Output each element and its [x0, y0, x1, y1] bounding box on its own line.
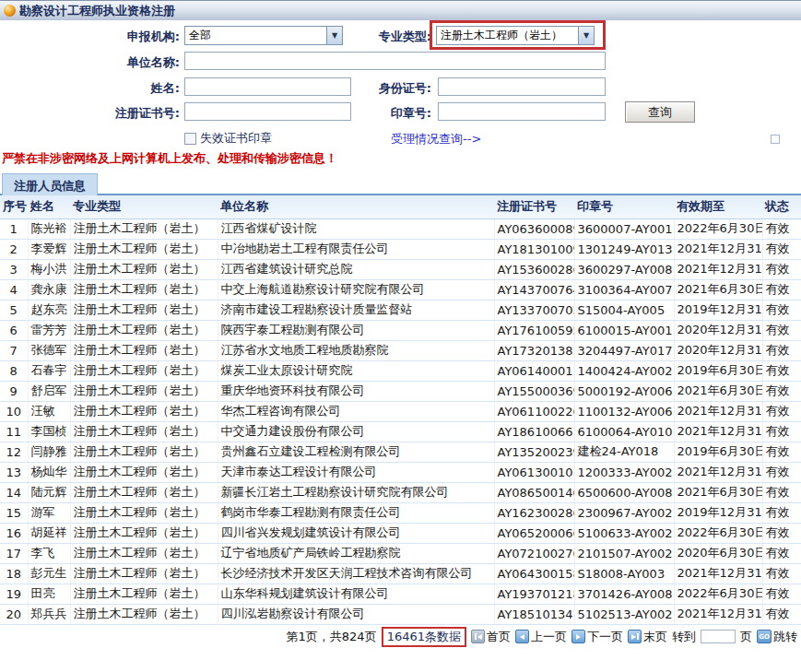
- table-cell-cert-no: AY153600286: [494, 259, 574, 279]
- table-cell-seal-no: 6100064-AY010: [574, 421, 674, 442]
- table-row: 5赵东亮注册土木工程师（岩土）济南市建设工程勘察设计质量监督站AY1337007…: [0, 300, 801, 320]
- table-cell-seal-no: 3600007-AY001: [574, 218, 674, 239]
- table-cell-status: 有效: [762, 563, 801, 584]
- table-cell-cert-no: AY186100661: [494, 421, 574, 442]
- report-org-value: 全部: [185, 28, 326, 43]
- table-cell-major-type: 注册土木工程师（岩土）: [70, 421, 218, 442]
- table-cell-index: 19: [0, 584, 28, 604]
- table-cell-major-type: 注册土木工程师（岩土）: [70, 442, 218, 462]
- tab-strip: 注册人员信息: [0, 171, 801, 195]
- table-cell-name: 李爱辉: [28, 239, 70, 259]
- table-cell-major-type: 注册土木工程师（岩土）: [70, 584, 218, 604]
- goto-page-input[interactable]: [701, 630, 736, 643]
- table-cell-company: 华杰工程咨询有限公司: [218, 401, 494, 421]
- table-row: 14陆元辉注册土木工程师（岩土）新疆长江岩土工程勘察设计研究院有限公司AY086…: [0, 482, 801, 502]
- table-cell-valid-until: 2019年12月31日: [674, 300, 762, 320]
- next-page-icon[interactable]: [571, 630, 585, 643]
- table-cell-cert-no: AY176100595: [494, 320, 574, 340]
- table-cell-company: 长沙经济技术开发区天润工程技术咨询有限公司: [218, 563, 494, 584]
- table-cell-cert-no: AY086500140: [494, 482, 574, 502]
- table-cell-company: 四川泓岩勘察设计有限公司: [218, 604, 494, 624]
- table-row: 13杨灿华注册土木工程师（岩土）天津市泰达工程设计有限公司AY061300101…: [0, 462, 801, 482]
- table-cell-company: 四川省兴发规划建筑设计有限公司: [218, 523, 494, 543]
- first-page-icon[interactable]: [471, 630, 485, 643]
- table-cell-index: 15: [0, 502, 28, 523]
- table-cell-seal-no: S18008-AY003: [574, 563, 674, 584]
- jump-button[interactable]: 跳转: [773, 629, 797, 645]
- prev-page-icon[interactable]: [515, 630, 529, 643]
- table-row: 1陈光裕注册土木工程师（岩土）江西省煤矿设计院AY063600089360000…: [0, 218, 801, 239]
- table-cell-company: 江苏省水文地质工程地质勘察院: [218, 340, 494, 360]
- table-cell-status: 有效: [762, 543, 801, 563]
- seal-no-input[interactable]: [438, 102, 606, 121]
- table-cell-company: 新疆长江岩土工程勘察设计研究院有限公司: [218, 482, 494, 502]
- table-row: 3梅小洪注册土木工程师（岩土）江西省建筑设计研究总院AY153600286360…: [0, 259, 801, 279]
- table-cell-major-type: 注册土木工程师（岩土）: [70, 239, 218, 259]
- table-cell-status: 有效: [762, 502, 801, 523]
- column-header-valid-until: 有效期至: [674, 195, 762, 218]
- acceptance-status-link[interactable]: 受理情况查询-->: [391, 131, 481, 147]
- table-cell-seal-no: 3701426-AY008: [574, 584, 674, 604]
- cert-no-input[interactable]: [184, 102, 351, 121]
- id-card-input[interactable]: [438, 77, 606, 96]
- table-cell-cert-no: AY173201381: [494, 340, 574, 360]
- window-title-bar: 勘察设计工程师执业资格注册: [0, 0, 801, 20]
- invalid-cert-checkbox[interactable]: [184, 133, 196, 145]
- last-page-icon[interactable]: [628, 630, 642, 643]
- table-cell-major-type: 注册土木工程师（岩土）: [70, 218, 218, 239]
- table-cell-valid-until: 2021年12月31日: [674, 401, 762, 421]
- tab-registered-personnel[interactable]: 注册人员信息: [2, 173, 98, 195]
- table-cell-index: 8: [0, 360, 28, 381]
- company-label: 单位名称:: [78, 54, 180, 71]
- table-row: 12闫静雅注册土木工程师（岩土）贵州鑫石立建设工程检测有限公司AY1352002…: [0, 442, 801, 462]
- go-icon[interactable]: GO: [757, 630, 772, 643]
- table-cell-status: 有效: [762, 442, 801, 462]
- report-org-select[interactable]: 全部 ▼: [184, 26, 343, 45]
- table-cell-major-type: 注册土木工程师（岩土）: [70, 360, 218, 381]
- company-input[interactable]: [184, 52, 606, 70]
- table-cell-name: 闫静雅: [28, 442, 70, 462]
- table-cell-name: 彭元生: [28, 563, 70, 584]
- table-cell-index: 7: [0, 340, 28, 360]
- table-cell-company: 江西省建筑设计研究总院: [218, 259, 494, 279]
- table-cell-seal-no: 5000192-AY006: [574, 381, 674, 401]
- next-page-button[interactable]: 下一页: [587, 629, 623, 645]
- column-header-cert-no: 注册证书号: [494, 195, 574, 218]
- table-cell-status: 有效: [762, 300, 801, 320]
- mini-checkbox[interactable]: [771, 135, 780, 144]
- query-button[interactable]: 查询: [625, 101, 695, 123]
- last-page-button[interactable]: 末页: [643, 629, 667, 645]
- table-cell-valid-until: 2019年12月31日: [674, 502, 762, 523]
- major-type-label: 专业类型:: [330, 29, 431, 45]
- id-card-label: 身份证号:: [330, 80, 431, 97]
- table-cell-status: 有效: [762, 360, 801, 381]
- total-records-badge: 16461条数据: [382, 627, 466, 647]
- table-cell-company: 辽宁省地质矿产局铁岭工程勘察院: [218, 543, 494, 563]
- table-cell-cert-no: AY193701218: [494, 584, 574, 604]
- table-cell-major-type: 注册土木工程师（岩土）: [70, 482, 218, 502]
- table-cell-name: 胡延祥: [28, 523, 70, 543]
- table-cell-valid-until: 2022年6月30日: [674, 584, 762, 604]
- table-cell-index: 10: [0, 401, 28, 421]
- chevron-down-icon[interactable]: ▼: [578, 27, 594, 44]
- table-body: 1陈光裕注册土木工程师（岩土）江西省煤矿设计院AY063600089360000…: [0, 218, 801, 624]
- seal-no-label: 印章号:: [330, 105, 431, 122]
- major-type-select[interactable]: 注册土木工程师（岩土） ▼: [436, 26, 595, 45]
- table-cell-major-type: 注册土木工程师（岩土）: [70, 259, 218, 279]
- table-cell-valid-until: 2020年12月31日: [674, 320, 762, 340]
- table-cell-name: 陈光裕: [28, 218, 70, 239]
- table-cell-major-type: 注册土木工程师（岩土）: [70, 502, 218, 523]
- table-cell-cert-no: AY133700703: [494, 300, 574, 320]
- table-cell-major-type: 注册土木工程师（岩土）: [70, 381, 218, 401]
- first-page-button[interactable]: 首页: [487, 629, 511, 645]
- table-row: 4龚永康注册土木工程师（岩土）中交上海航道勘察设计研究院有限公司AY143700…: [0, 279, 801, 300]
- table-cell-valid-until: 2021年12月31日: [674, 259, 762, 279]
- prev-page-button[interactable]: 上一页: [531, 629, 567, 645]
- major-type-value: 注册土木工程师（岩土）: [437, 28, 578, 43]
- name-input[interactable]: [184, 77, 351, 96]
- table-cell-cert-no: AY063600089: [494, 218, 574, 239]
- table-cell-valid-until: 2021年6月30日: [674, 381, 762, 401]
- table-cell-company: 重庆华地资环科技有限公司: [218, 381, 494, 401]
- table-row: 7张德军注册土木工程师（岩土）江苏省水文地质工程地质勘察院AY173201381…: [0, 340, 801, 360]
- table-cell-valid-until: 2021年12月31日: [674, 462, 762, 482]
